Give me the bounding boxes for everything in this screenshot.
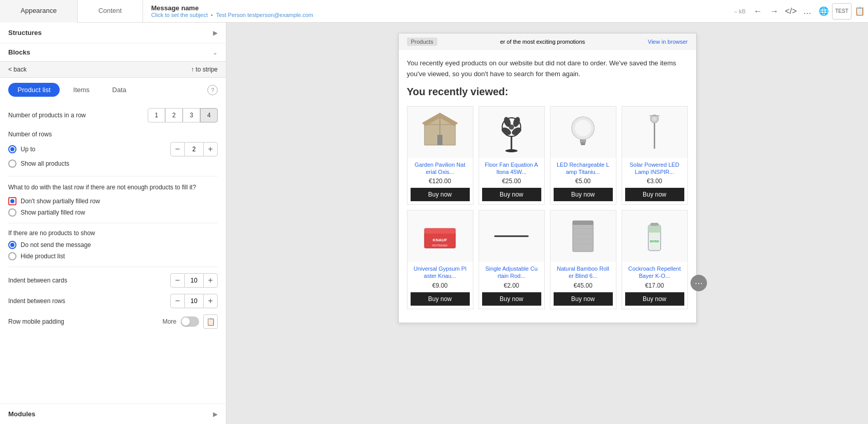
- products-per-row-1[interactable]: 1: [148, 108, 165, 122]
- indent-cards-decrement[interactable]: −: [170, 273, 185, 288]
- tab-product-list[interactable]: Product list: [8, 83, 60, 97]
- sub-tab-row: Product list Items Data ?: [0, 78, 226, 102]
- divider-2: [8, 223, 218, 223]
- product-price-blind: €45.00: [554, 282, 613, 289]
- last-row-question: What to do with the last row if there ar…: [8, 183, 218, 192]
- dont-show-radio[interactable]: [8, 197, 16, 205]
- language-button[interactable]: 🌐: [816, 3, 832, 20]
- buy-btn-repellent[interactable]: Buy now: [625, 292, 684, 306]
- product-card-rod: Single Adjustable Curtain Rod... €2.00 B…: [479, 210, 545, 309]
- divider-1: [8, 176, 218, 176]
- indent-cards-increment[interactable]: +: [203, 273, 218, 288]
- mobile-padding-toggle[interactable]: [181, 316, 199, 327]
- buy-btn-bulb[interactable]: Buy now: [554, 188, 613, 201]
- product-info-rod: Single Adjustable Curtain Rod... €2.00 B…: [479, 262, 544, 309]
- indent-rows-label: Indent between rows: [8, 297, 65, 305]
- svg-rect-16: [580, 142, 586, 144]
- product-info-solar: Solar Powered LEDLamp INSPIR... €3.00 Bu…: [622, 158, 687, 205]
- buy-btn-blind[interactable]: Buy now: [554, 292, 613, 306]
- rows-decrement[interactable]: −: [170, 142, 185, 156]
- product-name-gypsum[interactable]: Universal Gypsum Plaster Knau...: [411, 265, 470, 280]
- buy-btn-rod[interactable]: Buy now: [482, 292, 541, 306]
- kb-indicator: – kB: [730, 8, 750, 14]
- buy-btn-pavilion[interactable]: Buy now: [411, 188, 470, 201]
- product-card-pavilion: Garden Pavilion Naterial Oxis... €120.00…: [407, 106, 473, 205]
- structures-section[interactable]: Structures ▶: [0, 23, 226, 43]
- blocks-header: Blocks ⌄: [0, 43, 226, 61]
- product-name-rod[interactable]: Single Adjustable Curtain Rod...: [482, 265, 541, 280]
- rows-increment[interactable]: +: [203, 142, 218, 156]
- rows-value: 2: [185, 142, 203, 156]
- undo-button[interactable]: ←: [750, 3, 766, 20]
- structures-chevron: ▶: [213, 29, 218, 37]
- show-partial-label: Show partially filled row: [21, 209, 85, 216]
- divider-3: [8, 267, 218, 267]
- show-all-radio[interactable]: [8, 160, 16, 168]
- product-img-rod: [479, 210, 544, 262]
- left-panel: Structures ▶ Blocks ⌄ < back ↑ to stripe…: [0, 23, 226, 424]
- back-button[interactable]: < back: [8, 66, 27, 73]
- hide-list-row: Hide product list: [8, 252, 218, 260]
- svg-rect-15: [580, 139, 586, 142]
- redo-button[interactable]: →: [766, 3, 783, 20]
- product-grid-row1: Garden Pavilion Naterial Oxis... €120.00…: [407, 106, 688, 205]
- svg-text:KNAUF: KNAUF: [433, 238, 447, 242]
- product-price-gypsum: €9.00: [411, 282, 470, 289]
- floating-dots-button[interactable]: ⋯: [690, 275, 707, 291]
- tab-content[interactable]: Content: [78, 0, 143, 23]
- hide-list-radio[interactable]: [8, 252, 16, 260]
- do-not-send-radio[interactable]: [8, 241, 16, 249]
- indent-rows-decrement[interactable]: −: [170, 294, 185, 308]
- buy-btn-fan[interactable]: Buy now: [482, 188, 541, 201]
- tab-content-label: Content: [98, 7, 122, 14]
- products-per-row-3[interactable]: 3: [183, 108, 200, 122]
- buy-btn-gypsum[interactable]: Buy now: [411, 292, 470, 306]
- products-tag: Products: [407, 38, 437, 46]
- svg-rect-35: [650, 223, 659, 226]
- test-person: Test Person testperson@example.com: [216, 12, 313, 18]
- product-name-fan[interactable]: Floor Fan Equation Altona 45W...: [482, 161, 541, 176]
- modules-section[interactable]: Modules ▶: [0, 403, 226, 424]
- indent-cards-row: Indent between cards − 10 +: [8, 273, 218, 288]
- indent-cards-value: 10: [185, 273, 203, 288]
- back-bar: < back ↑ to stripe: [0, 61, 226, 78]
- panel-content: Number of products in a row 1 2 3 4 Numb…: [0, 102, 226, 403]
- test-button[interactable]: TEST: [832, 3, 852, 20]
- product-name-pavilion[interactable]: Garden Pavilion Naterial Oxis...: [411, 161, 470, 176]
- tab-items[interactable]: Items: [64, 83, 99, 97]
- product-card-gypsum: KNAUF ROTBAND Universal Gypsum Plaster K…: [407, 210, 473, 309]
- copy-button[interactable]: 📋: [852, 3, 868, 20]
- indent-rows-increment[interactable]: +: [203, 294, 218, 308]
- dont-show-label: Don't show partially filled row: [21, 198, 100, 205]
- svg-rect-28: [573, 221, 593, 225]
- help-icon[interactable]: ?: [207, 85, 218, 95]
- view-in-browser[interactable]: View in browser: [648, 39, 687, 45]
- products-per-row-2[interactable]: 2: [165, 108, 183, 122]
- svg-point-20: [652, 117, 657, 121]
- more-button[interactable]: …: [799, 3, 816, 20]
- do-not-send-label: Do not send the message: [21, 241, 91, 249]
- product-price-pavilion: €120.00: [411, 178, 470, 185]
- buy-btn-solar[interactable]: Buy now: [625, 188, 684, 201]
- product-card-solar: Solar Powered LEDLamp INSPIR... €3.00 Bu…: [622, 106, 688, 205]
- copy-row-btn[interactable]: 📋: [203, 314, 218, 329]
- to-stripe-button[interactable]: ↑ to stripe: [191, 66, 218, 73]
- indent-rows-stepper: − 10 +: [170, 294, 218, 308]
- product-info-gypsum: Universal Gypsum Plaster Knau... €9.00 B…: [408, 262, 473, 309]
- more-label[interactable]: More: [163, 318, 176, 325]
- product-name-repellent[interactable]: Cockroach RepellentBayer K-O...: [625, 265, 684, 280]
- products-per-row-4[interactable]: 4: [200, 108, 218, 122]
- indent-rows-value: 10: [185, 294, 203, 308]
- code-button[interactable]: </>: [783, 3, 799, 20]
- product-name-solar[interactable]: Solar Powered LEDLamp INSPIR...: [625, 161, 684, 176]
- show-partial-radio[interactable]: [8, 208, 16, 217]
- click-subject[interactable]: Click to set the subject: [151, 12, 208, 18]
- svg-rect-17: [581, 144, 585, 145]
- product-name-bulb[interactable]: LED Rechargeable Lamp Titaniu...: [554, 161, 613, 176]
- product-name-blind[interactable]: Natural Bamboo Roller Blind 6...: [554, 265, 613, 280]
- show-all-label: Show all products: [21, 160, 69, 167]
- indent-cards-label: Indent between cards: [8, 277, 67, 284]
- tab-appearance[interactable]: Appearance: [0, 0, 77, 23]
- tab-data[interactable]: Data: [103, 83, 135, 97]
- up-to-radio[interactable]: [8, 145, 16, 153]
